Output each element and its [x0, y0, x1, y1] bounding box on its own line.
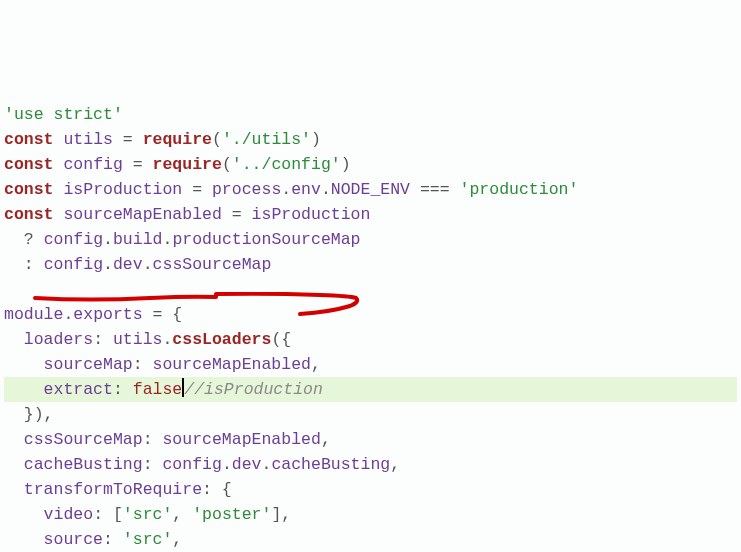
keyword-const: const: [4, 180, 54, 199]
string-literal: 'src': [123, 505, 173, 524]
identifier: sourceMapEnabled: [162, 430, 320, 449]
code-line: ? config.build.productionSourceMap: [4, 227, 737, 252]
identifier: cssSourceMap: [153, 255, 272, 274]
code-line: video: ['src', 'poster'],: [4, 502, 737, 527]
property-key: extract: [44, 380, 113, 399]
identifier: sourceMapEnabled: [153, 355, 311, 374]
keyword-const: const: [4, 155, 54, 174]
highlighted-line: extract: false//isProduction: [4, 377, 737, 402]
property-key: video: [44, 505, 94, 524]
keyword-const: const: [4, 130, 54, 149]
code-line: const utils = require('./utils'): [4, 127, 737, 152]
identifier: NODE_ENV: [331, 180, 410, 199]
code-line: : config.dev.cssSourceMap: [4, 252, 737, 277]
keyword-false: false: [133, 380, 183, 399]
identifier: module: [4, 305, 63, 324]
identifier: utils: [113, 330, 163, 349]
code-line: }),: [4, 402, 737, 427]
property-key: cssSourceMap: [24, 430, 143, 449]
code-line: cacheBusting: config.dev.cacheBusting,: [4, 452, 737, 477]
identifier: config: [63, 155, 122, 174]
require-call: require: [153, 155, 222, 174]
identifier: config: [44, 230, 103, 249]
code-line: const sourceMapEnabled = isProduction: [4, 202, 737, 227]
identifier: utils: [63, 130, 113, 149]
string-literal: '../config': [232, 155, 341, 174]
identifier: dev: [113, 255, 143, 274]
property-key: loaders: [24, 330, 93, 349]
require-call: require: [143, 130, 212, 149]
string-literal: 'use strict': [4, 105, 123, 124]
identifier: dev: [232, 455, 262, 474]
code-line: const isProduction = process.env.NODE_EN…: [4, 177, 737, 202]
string-literal: 'poster': [192, 505, 271, 524]
property-key: source: [44, 530, 103, 549]
identifier: config: [162, 455, 221, 474]
identifier: config: [44, 255, 103, 274]
identifier: sourceMapEnabled: [63, 205, 221, 224]
method-call: cssLoaders: [172, 330, 271, 349]
comment: //isProduction: [184, 380, 323, 399]
property-key: cacheBusting: [24, 455, 143, 474]
keyword-const: const: [4, 205, 54, 224]
property-key: sourceMap: [44, 355, 133, 374]
identifier: isProduction: [63, 180, 182, 199]
code-line: loaders: utils.cssLoaders({: [4, 327, 737, 352]
code-line: 'use strict': [4, 102, 737, 127]
code-line: cssSourceMap: sourceMapEnabled,: [4, 427, 737, 452]
identifier: productionSourceMap: [172, 230, 360, 249]
identifier: process: [212, 180, 281, 199]
code-line: sourceMap: sourceMapEnabled,: [4, 352, 737, 377]
identifier: cacheBusting: [271, 455, 390, 474]
identifier: exports: [73, 305, 142, 324]
blank-line: [4, 277, 737, 302]
identifier: isProduction: [252, 205, 371, 224]
identifier: env: [291, 180, 321, 199]
string-literal: 'production': [460, 180, 579, 199]
code-line: const config = require('../config'): [4, 152, 737, 177]
string-literal: 'src': [123, 530, 173, 549]
string-literal: './utils': [222, 130, 311, 149]
property-key: transformToRequire: [24, 480, 202, 499]
identifier: build: [113, 230, 163, 249]
code-line: module.exports = {: [4, 302, 737, 327]
code-line: transformToRequire: {: [4, 477, 737, 502]
code-line: source: 'src',: [4, 527, 737, 552]
